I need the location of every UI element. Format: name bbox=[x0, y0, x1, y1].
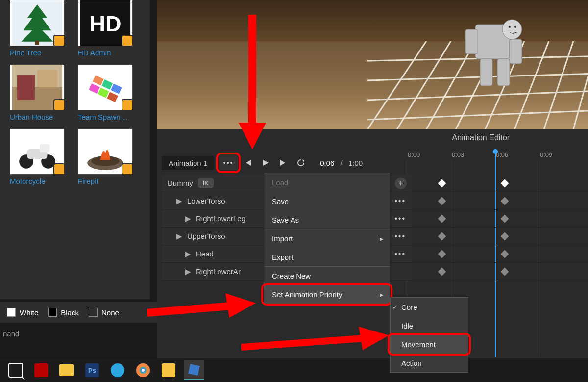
svg-rect-38 bbox=[466, 29, 478, 54]
chevron-right-icon: ▸ bbox=[380, 290, 384, 299]
toolbox-item-urban-house[interactable]: Urban House bbox=[10, 64, 71, 126]
svg-rect-41 bbox=[497, 59, 510, 86]
taskbar-telegram[interactable] bbox=[108, 360, 127, 380]
taskbar-photoshop[interactable]: Ps bbox=[82, 360, 102, 380]
submenu-label: Action bbox=[401, 359, 422, 367]
toolbox-item-pine-tree[interactable]: Pine Tree bbox=[10, 0, 71, 61]
skip-end-button[interactable] bbox=[276, 155, 291, 170]
thumb-label: Team Spawn… bbox=[78, 110, 139, 126]
skip-start-button[interactable] bbox=[241, 155, 255, 170]
thumb-label: Firepit bbox=[78, 175, 139, 190]
color-label: Black bbox=[61, 308, 79, 317]
thumb-label: Urban House bbox=[10, 110, 71, 126]
caret-icon: ▶ bbox=[185, 214, 191, 223]
track-label: LowerTorso bbox=[187, 197, 225, 205]
menu-import[interactable]: Import▸ bbox=[264, 229, 390, 248]
toolbox-item-motorcycle[interactable]: Motorcycle bbox=[10, 128, 71, 190]
ik-toggle[interactable]: IK bbox=[198, 178, 214, 188]
track-options[interactable]: ••• bbox=[394, 250, 406, 258]
priority-action[interactable]: Action bbox=[391, 354, 468, 372]
priority-core[interactable]: ✓Core bbox=[391, 298, 468, 316]
track-label: Dummy bbox=[168, 179, 193, 187]
svg-point-43 bbox=[509, 26, 511, 28]
timeline-ruler[interactable]: 0:00 0:03 0:06 0:09 bbox=[402, 151, 588, 173]
menu-create-new[interactable]: Create New bbox=[264, 266, 390, 285]
check-icon: ✓ bbox=[392, 304, 398, 311]
character-rig bbox=[436, 5, 529, 93]
time-current: 0:06 bbox=[320, 159, 334, 167]
ruler-tick: 0:03 bbox=[452, 151, 464, 158]
svg-rect-20 bbox=[40, 144, 49, 152]
animation-name[interactable]: Animation 1 bbox=[162, 156, 214, 170]
svg-line-30 bbox=[544, 41, 573, 129]
viewport-3d[interactable] bbox=[157, 0, 588, 129]
taskbar-chrome[interactable] bbox=[133, 360, 153, 380]
loop-button[interactable] bbox=[294, 155, 308, 170]
track-options[interactable]: ••• bbox=[394, 214, 406, 223]
svg-point-37 bbox=[502, 20, 522, 39]
toolbox-item-team-spawn[interactable]: Team Spawn… bbox=[78, 64, 139, 126]
menu-label: Create New bbox=[272, 272, 311, 280]
priority-movement[interactable]: Movement bbox=[391, 335, 468, 354]
taskbar: Ps bbox=[0, 358, 588, 382]
menu-save[interactable]: Save bbox=[264, 192, 390, 210]
toolbox-item-firepit[interactable]: Firepit bbox=[78, 128, 139, 190]
svg-rect-2 bbox=[35, 41, 39, 45]
thumb-label: HD Admin bbox=[78, 46, 139, 61]
keyframe-area[interactable] bbox=[412, 175, 588, 280]
svg-rect-39 bbox=[510, 39, 522, 64]
animation-menu: Load Save Save As Import▸ Export Create … bbox=[264, 173, 390, 304]
time-total: 1:00 bbox=[348, 159, 363, 167]
taskbar-app-2[interactable] bbox=[159, 360, 178, 380]
priority-idle[interactable]: Idle bbox=[391, 316, 468, 335]
menu-label: Export bbox=[272, 253, 293, 261]
taskbar-file-explorer[interactable] bbox=[57, 360, 76, 380]
track-label: UpperTorso bbox=[187, 232, 225, 240]
options-button[interactable]: ••• bbox=[219, 155, 238, 170]
toolbox-item-hd-admin[interactable]: HD HD Admin bbox=[78, 0, 139, 61]
menu-load[interactable]: Load bbox=[264, 173, 390, 192]
color-black[interactable]: Black bbox=[48, 308, 79, 317]
dots-icon: ••• bbox=[223, 159, 234, 167]
menu-label: Save bbox=[272, 197, 289, 205]
add-track-button[interactable]: + bbox=[395, 178, 407, 189]
menu-save-as[interactable]: Save As bbox=[264, 210, 390, 229]
svg-rect-8 bbox=[37, 70, 57, 87]
submenu-label: Core bbox=[401, 303, 417, 311]
toolbox-panel: Pine Tree HD HD Admin Urban House Team S… bbox=[0, 0, 150, 299]
taskbar-app-1[interactable] bbox=[31, 360, 51, 380]
menu-label: Set Animation Priority bbox=[272, 290, 342, 299]
caret-icon: ▶ bbox=[176, 232, 182, 241]
search-icon bbox=[8, 363, 23, 378]
track-label: RightLowerAr bbox=[196, 267, 241, 276]
svg-point-42 bbox=[514, 26, 516, 28]
editor-title: Animation Editor bbox=[452, 133, 510, 142]
submenu-label: Movement bbox=[401, 340, 436, 349]
color-white[interactable]: White bbox=[7, 308, 38, 317]
svg-line-31 bbox=[573, 41, 588, 129]
color-label: White bbox=[20, 308, 38, 317]
track-options[interactable]: ••• bbox=[394, 232, 406, 241]
time-sep: / bbox=[341, 159, 343, 167]
taskbar-roblox-studio[interactable] bbox=[184, 360, 204, 380]
menu-set-priority[interactable]: Set Animation Priority▸ bbox=[264, 285, 390, 304]
svg-rect-40 bbox=[480, 59, 492, 86]
caret-icon: ▶ bbox=[185, 250, 191, 258]
menu-label: Load bbox=[272, 178, 288, 187]
thumb-label: Pine Tree bbox=[10, 46, 71, 61]
menu-export[interactable]: Export bbox=[264, 248, 390, 266]
animation-editor: Animation Editor Animation 1 ••• 0:06 / … bbox=[157, 129, 588, 382]
command-text: nand bbox=[3, 330, 19, 338]
taskbar-search[interactable] bbox=[6, 360, 25, 380]
priority-submenu: ✓Core Idle Movement Action bbox=[390, 297, 468, 373]
color-label: None bbox=[101, 308, 119, 317]
svg-line-35 bbox=[368, 110, 588, 120]
track-options[interactable]: ••• bbox=[394, 197, 406, 205]
chevron-right-icon: ▸ bbox=[380, 234, 384, 243]
svg-text:HD: HD bbox=[90, 11, 122, 36]
svg-rect-7 bbox=[17, 75, 35, 100]
ruler-tick: 0:09 bbox=[540, 151, 552, 158]
timecode: 0:06 / 1:00 bbox=[320, 159, 363, 167]
play-button[interactable] bbox=[258, 155, 273, 170]
color-none[interactable]: None bbox=[89, 308, 119, 317]
